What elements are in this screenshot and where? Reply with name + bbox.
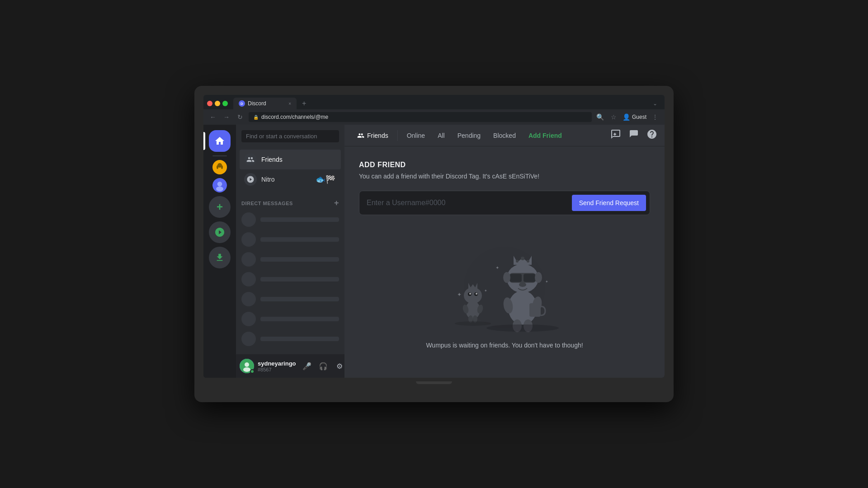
new-tab-button[interactable]: + bbox=[298, 99, 310, 108]
friends-label: Friends bbox=[261, 156, 283, 163]
tab-pending[interactable]: Pending bbox=[452, 129, 486, 142]
back-button[interactable]: ← bbox=[208, 112, 218, 122]
add-server-button[interactable]: + bbox=[209, 196, 231, 218]
all-tab-label: All bbox=[438, 132, 445, 139]
dm-item-6[interactable] bbox=[236, 309, 344, 329]
search-bar: Find or start a conversation bbox=[236, 125, 344, 148]
tab-online[interactable]: Online bbox=[401, 129, 430, 142]
user-status-dot bbox=[250, 369, 255, 374]
username-input[interactable] bbox=[359, 191, 568, 215]
wumpus-illustration: ✦ ✦ bbox=[432, 242, 577, 333]
dm-avatar-1 bbox=[241, 212, 256, 227]
mute-button[interactable]: 🎤 bbox=[300, 359, 314, 373]
traffic-lights bbox=[207, 101, 228, 106]
svg-point-16 bbox=[476, 293, 477, 295]
dm-text-2 bbox=[260, 237, 339, 242]
dm-text-5 bbox=[260, 297, 339, 301]
main-content: Friends Online All Pending Blocked Add F… bbox=[344, 125, 665, 378]
dm-section-label: DIRECT MESSAGES bbox=[241, 201, 293, 206]
dm-avatar-4 bbox=[241, 272, 256, 286]
dm-avatar-5 bbox=[241, 292, 256, 306]
user-panel: sydneyaringo #8567 🎤 🎧 ⚙ bbox=[236, 354, 344, 378]
dm-item-4[interactable] bbox=[236, 269, 344, 289]
user-avatar bbox=[240, 359, 254, 373]
server-divider bbox=[212, 155, 227, 156]
svg-point-6 bbox=[216, 187, 223, 192]
friends-icon bbox=[244, 153, 257, 166]
username: sydneyaringo bbox=[258, 360, 296, 367]
dm-add-button[interactable]: + bbox=[334, 198, 339, 208]
zoom-button[interactable]: 🔍 bbox=[595, 112, 605, 122]
pending-tab-label: Pending bbox=[458, 132, 481, 139]
help-button[interactable] bbox=[646, 129, 657, 142]
dm-avatar-2 bbox=[241, 232, 256, 247]
bookmark-button[interactable]: ☆ bbox=[609, 112, 619, 122]
svg-point-9 bbox=[243, 367, 250, 372]
home-button[interactable] bbox=[209, 130, 231, 152]
browser-dropdown[interactable]: ⌄ bbox=[653, 100, 661, 107]
new-group-dm-button[interactable] bbox=[610, 129, 621, 142]
svg-rect-31 bbox=[524, 274, 535, 282]
dm-item-3[interactable] bbox=[236, 249, 344, 269]
nitro-icon bbox=[244, 173, 257, 186]
svg-rect-30 bbox=[510, 274, 522, 282]
send-friend-request-button[interactable]: Send Friend Request bbox=[572, 195, 646, 211]
dm-text-7 bbox=[260, 337, 339, 341]
add-friend-form: Send Friend Request bbox=[359, 191, 650, 215]
svg-text:✦: ✦ bbox=[495, 265, 499, 270]
user-controls: 🎤 🎧 ⚙ bbox=[300, 359, 347, 373]
svg-point-44 bbox=[455, 321, 491, 326]
forward-button[interactable]: → bbox=[222, 112, 231, 122]
deafen-button[interactable]: 🎧 bbox=[316, 359, 330, 373]
friends-nav-item[interactable]: Friends bbox=[240, 150, 341, 169]
server-sidebar: + bbox=[203, 125, 236, 378]
server-icon-2[interactable] bbox=[212, 178, 227, 192]
tab-title: Discord bbox=[248, 100, 266, 107]
svg-point-2 bbox=[217, 165, 218, 169]
user-tag: #8567 bbox=[258, 367, 296, 372]
friends-tab-icon bbox=[357, 132, 364, 139]
dm-section-header: DIRECT MESSAGES + bbox=[236, 191, 344, 210]
reload-button[interactable]: ↻ bbox=[235, 112, 245, 122]
svg-point-26 bbox=[516, 260, 519, 263]
more-options-button[interactable]: ⋮ bbox=[650, 112, 660, 122]
guest-profile-button[interactable]: 👤 Guest bbox=[623, 113, 646, 121]
dm-item-7[interactable] bbox=[236, 329, 344, 349]
dm-text-4 bbox=[260, 277, 339, 282]
nitro-label: Nitro bbox=[261, 176, 275, 183]
svg-point-3 bbox=[221, 165, 223, 169]
tab-friends[interactable]: Friends bbox=[352, 129, 394, 142]
svg-point-33 bbox=[503, 272, 510, 283]
search-input[interactable]: Find or start a conversation bbox=[241, 130, 339, 142]
tab-add-friend[interactable]: Add Friend bbox=[523, 129, 567, 142]
browser-tab[interactable]: D Discord × bbox=[233, 98, 297, 109]
guest-label: Guest bbox=[632, 114, 646, 120]
nitro-nav-item[interactable]: Nitro 🐟🏁 bbox=[240, 169, 341, 189]
minimize-window-button[interactable] bbox=[215, 101, 220, 106]
address-bar[interactable]: 🔒 discord.com/channels/@me bbox=[249, 112, 592, 122]
tab-all[interactable]: All bbox=[432, 129, 450, 142]
tab-blocked[interactable]: Blocked bbox=[488, 129, 521, 142]
server-icon-1[interactable] bbox=[212, 160, 227, 174]
browser-nav-bar: ← → ↻ 🔒 discord.com/channels/@me 🔍 ☆ 👤 G… bbox=[203, 109, 665, 125]
dm-sidebar: Find or start a conversation Friends bbox=[236, 125, 344, 378]
dm-item-2[interactable] bbox=[236, 230, 344, 249]
add-friend-title: ADD FRIEND bbox=[359, 161, 650, 169]
download-button[interactable] bbox=[209, 247, 231, 268]
dm-item-5[interactable] bbox=[236, 289, 344, 309]
svg-point-25 bbox=[521, 257, 524, 260]
add-icon: + bbox=[217, 201, 223, 213]
wumpus-section: ✦ ✦ bbox=[359, 233, 650, 358]
svg-point-8 bbox=[245, 362, 249, 367]
close-window-button[interactable] bbox=[207, 101, 212, 106]
discover-button[interactable] bbox=[209, 221, 231, 243]
maximize-window-button[interactable] bbox=[222, 101, 228, 106]
inbox-button[interactable] bbox=[628, 129, 639, 142]
address-text: discord.com/channels/@me bbox=[261, 114, 328, 120]
svg-point-32 bbox=[519, 282, 526, 287]
dm-item-1[interactable] bbox=[236, 210, 344, 230]
tab-favicon: D bbox=[239, 100, 245, 107]
search-placeholder: Find or start a conversation bbox=[246, 133, 317, 140]
tab-close-button[interactable]: × bbox=[288, 101, 291, 106]
nav-divider-1 bbox=[397, 130, 398, 141]
